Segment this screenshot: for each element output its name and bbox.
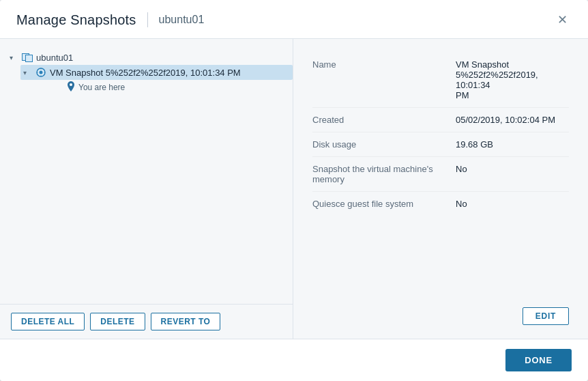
right-panel-footer: EDIT (312, 298, 569, 325)
detail-row-created: Created 05/02/2019, 10:02:04 PM (312, 108, 569, 132)
detail-table: Name VM Snapshot5%252f2%252f2019, 10:01:… (312, 53, 569, 298)
snapshot-tree: ▾ ubuntu01 ▾ (0, 50, 293, 304)
vm-icon (22, 52, 33, 63)
dialog-body: ▾ ubuntu01 ▾ (0, 39, 588, 339)
tree-node-current: You are here (50, 80, 293, 95)
pin-icon (67, 81, 75, 94)
dialog-footer: DONE (0, 339, 588, 381)
detail-value-name: VM Snapshot5%252f2%252f2019, 10:01:34PM (456, 59, 569, 100)
tree-toggle-snapshot: ▾ (23, 69, 33, 76)
left-panel: ▾ ubuntu01 ▾ (0, 39, 293, 339)
detail-row-quiesce: Quiesce guest file system No (312, 192, 569, 216)
tree-node-root[interactable]: ▾ ubuntu01 (10, 50, 293, 65)
tree-children-root: ▾ VM Snapshot 5%252f2%252f2019, 10:01:34… (23, 65, 293, 95)
snapshot-icon (35, 67, 46, 78)
detail-value-created: 05/02/2019, 10:02:04 PM (456, 115, 555, 125)
tree-children-snapshot: You are here (37, 80, 293, 95)
delete-button[interactable]: DELETE (90, 313, 145, 330)
detail-value-quiesce: No (456, 199, 467, 209)
detail-label-created: Created (312, 115, 456, 125)
detail-value-memory: No (456, 164, 467, 174)
tree-toggle-root: ▾ (10, 54, 19, 61)
done-button[interactable]: DONE (505, 349, 572, 371)
detail-label-quiesce: Quiesce guest file system (312, 199, 456, 209)
right-panel: Name VM Snapshot5%252f2%252f2019, 10:01:… (293, 39, 588, 339)
manage-snapshots-dialog: Manage Snapshots ubuntu01 ✕ ▾ ubuntu01 (0, 0, 588, 381)
svg-point-2 (70, 83, 72, 86)
detail-row-memory: Snapshot the virtual machine's memory No (312, 157, 569, 192)
svg-point-1 (40, 71, 43, 74)
title-divider (147, 12, 148, 27)
edit-button[interactable]: EDIT (523, 307, 569, 325)
left-panel-footer: DELETE ALL DELETE REVERT TO (0, 304, 293, 339)
tree-node-snapshot[interactable]: ▾ VM Snapshot 5%252f2%252f2019, 10:01:34… (20, 65, 293, 80)
detail-value-disk: 19.68 GB (456, 139, 493, 150)
revert-to-button[interactable]: REVERT TO (151, 313, 221, 330)
dialog-header: Manage Snapshots ubuntu01 ✕ (0, 0, 588, 39)
dialog-title: Manage Snapshots (16, 12, 136, 28)
tree-label-root: ubuntu01 (36, 53, 73, 63)
close-button[interactable]: ✕ (553, 11, 572, 29)
detail-row-name: Name VM Snapshot5%252f2%252f2019, 10:01:… (312, 53, 569, 108)
tree-label-snapshot: VM Snapshot 5%252f2%252f2019, 10:01:34 P… (50, 68, 241, 78)
detail-label-disk: Disk usage (312, 139, 456, 150)
detail-row-disk: Disk usage 19.68 GB (312, 132, 569, 157)
delete-all-button[interactable]: DELETE ALL (11, 313, 85, 330)
dialog-subtitle: ubuntu01 (159, 14, 205, 26)
detail-label-name: Name (312, 59, 456, 70)
current-location-label: You are here (78, 83, 125, 92)
detail-label-memory: Snapshot the virtual machine's memory (312, 164, 456, 184)
